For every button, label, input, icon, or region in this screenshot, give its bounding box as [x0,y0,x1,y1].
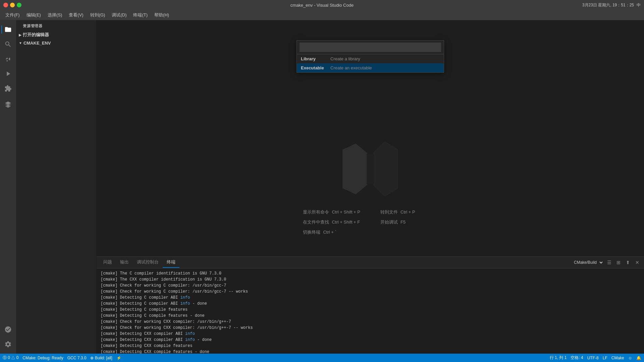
panel-tab-terminal[interactable]: 终端 [163,257,179,268]
term-line-2: [cmake] The CXX compiler identification … [101,277,640,283]
menu-help[interactable]: 帮助(H) [152,11,172,19]
command-input-container [297,41,444,54]
sidebar-section-open-editors[interactable]: ▶ 打开的编辑器 [16,31,96,39]
status-notification-bell[interactable]: 🔔 [636,356,641,360]
panel-action-close[interactable]: ✕ [633,258,641,266]
status-language[interactable]: CMake [611,356,624,360]
menu-edit[interactable]: 编辑(E) [24,11,44,19]
status-build-all[interactable]: ⊕ Build: [all] [90,356,112,360]
terminal-content: [cmake] The C compiler identification is… [97,268,644,354]
status-encoding[interactable]: UTF-8 [587,356,599,360]
panel: 问题 输出 调试控制台 终端 CMake/Build ☰ ⊞ ⬆ ✕ [cmak… [97,256,644,354]
shortcut-label-commands: 显示所有命令 [303,209,329,215]
menu-file[interactable]: 文件(F) [3,11,22,19]
shortcut-key-terminal: Ctrl + ` [323,230,336,235]
window-title: cmake_env - Visual Studio Code [290,3,354,8]
dropdown-keyword-library: Library [301,56,328,61]
shortcut-label-terminal: 切换终端 [303,229,320,235]
command-input[interactable] [300,43,441,52]
term-line-10: [cmake] Check for working CXX compiler: … [101,325,640,331]
status-cursor-position[interactable]: 行 1, 列 1 [550,355,567,361]
term-info-4: info [185,338,195,342]
dropdown-item-executable[interactable]: Executable Create an executable [297,63,444,72]
main-layout: 资源管理器 ▶ 打开的编辑器 ▼ CMAKE_ENV Library Creat… [0,20,644,354]
shortcut-key-goto: Ctrl + P [400,209,415,215]
title-bar: cmake_env - Visual Studio Code 3月23日 星期六… [0,0,644,10]
shortcuts-list: 显示所有命令 Ctrl + Shift + P 转到文件 Ctrl + P 在文… [303,209,437,235]
shortcut-goto-file: 转到文件 Ctrl + P [380,209,438,215]
datetime: 3月23日 星期六, 19：51：25 [582,2,634,8]
term-info-1: info [180,295,190,300]
menu-select[interactable]: 选择(S) [45,11,65,19]
shortcut-key-commands: Ctrl + Shift + P [332,209,360,215]
collapse-arrow-open-editors: ▶ [19,33,21,37]
status-line-ending[interactable]: LF [603,356,607,360]
panel-action-split[interactable]: ⊞ [614,258,623,266]
activity-settings[interactable] [1,338,15,351]
status-lightning[interactable]: ⚡ [116,356,121,360]
sidebar-section-label: 打开的编辑器 [23,32,49,38]
menu-debug[interactable]: 调试(D) [109,11,129,19]
panel-select-cmake-build[interactable]: CMake/Build [571,259,604,266]
close-button[interactable] [3,3,8,7]
menu-goto[interactable]: 转到(G) [88,11,108,19]
term-line-9: [cmake] Check for working CXX compiler: … [101,319,640,325]
command-dropdown: Library Create a library Executable Crea… [297,40,444,73]
term-line-3: [cmake] Check for working C compiler: /u… [101,283,640,289]
status-bar-left: ⓪ 0 △ 0 CMake: Debug: Ready GCC 7.3.0 ⊕ … [3,355,121,361]
shortcut-label-find: 在文件中查找 [303,219,329,225]
shortcut-label-goto: 转到文件 [380,209,398,215]
term-line-11: [cmake] Detecting CXX compiler ABI info [101,331,640,337]
activity-cmake[interactable] [1,98,15,111]
menu-terminal[interactable]: 终端(T) [130,11,150,19]
title-bar-right: 3月23日 星期六, 19：51：25 中 [582,2,641,8]
panel-tabs: 问题 输出 调试控制台 终端 CMake/Build ☰ ⊞ ⬆ ✕ [97,257,644,268]
sidebar-header: 资源管理器 [16,20,96,31]
vscode-logo [340,139,400,199]
dropdown-keyword-executable: Executable [301,65,328,70]
shortcut-label-debug: 开始调试 [380,219,398,225]
term-line-12: [cmake] Detecting CXX compiler ABI info … [101,337,640,343]
sidebar-section-cmake-env[interactable]: ▼ CMAKE_ENV [16,39,96,47]
status-cmake-ready[interactable]: CMake: Debug: Ready [22,356,63,360]
shortcut-toggle-terminal: 切换终端 Ctrl + ` [303,229,360,235]
activity-explorer[interactable] [1,23,15,36]
activity-bar [0,20,16,354]
status-spaces[interactable]: 空格: 4 [571,355,583,361]
activity-source-control[interactable] [1,52,15,66]
shortcut-start-debug: 开始调试 F5 [380,219,438,225]
shortcut-key-find: Ctrl + Shift + F [332,220,360,225]
minimize-button[interactable] [10,3,15,7]
collapse-arrow-cmake-env: ▼ [19,41,22,45]
status-gcc-version[interactable]: GCC 7.3.0 [67,356,87,360]
term-line-7: [cmake] Detecting C compile features [101,307,640,313]
activity-accounts[interactable] [1,323,15,336]
status-bar: ⓪ 0 △ 0 CMake: Debug: Ready GCC 7.3.0 ⊕ … [0,354,644,362]
panel-tab-debug-console[interactable]: 调试控制台 [133,257,163,268]
panel-tab-problems[interactable]: 问题 [99,257,116,268]
dropdown-desc-library: Create a library [330,56,360,61]
term-info-2: info [180,301,190,306]
status-errors-warnings[interactable]: ⓪ 0 △ 0 [3,355,18,361]
activity-search[interactable] [1,38,15,51]
shortcut-find-in-files: 在文件中查找 Ctrl + Shift + F [303,219,360,225]
status-smiley[interactable]: ☺ [628,356,632,360]
panel-action-maximize[interactable]: ⬆ [624,258,632,266]
maximize-button[interactable] [17,3,21,7]
term-line-14: [cmake] Detecting CXX compile features -… [101,349,640,354]
activity-bar-bottom [1,323,15,351]
shortcut-key-debug: F5 [400,220,406,225]
activity-extensions[interactable] [1,82,15,95]
panel-action-list[interactable]: ☰ [605,258,613,266]
welcome-content: 显示所有命令 Ctrl + Shift + P 转到文件 Ctrl + P 在文… [303,139,437,235]
dropdown-item-library[interactable]: Library Create a library [297,54,444,63]
sidebar-cmake-label: CMAKE_ENV [23,41,51,46]
activity-run[interactable] [1,67,15,80]
menu-view[interactable]: 查看(V) [66,11,86,19]
panel-tab-output[interactable]: 输出 [116,257,133,268]
dropdown-desc-executable: Create an executable [330,65,372,70]
editor-area: Library Create a library Executable Crea… [97,20,644,354]
panel-actions: CMake/Build ☰ ⊞ ⬆ ✕ [571,258,641,266]
window-title-text: cmake_env - Visual Studio Code [290,3,354,8]
term-line-4: [cmake] Check for working C compiler: /u… [101,289,640,295]
